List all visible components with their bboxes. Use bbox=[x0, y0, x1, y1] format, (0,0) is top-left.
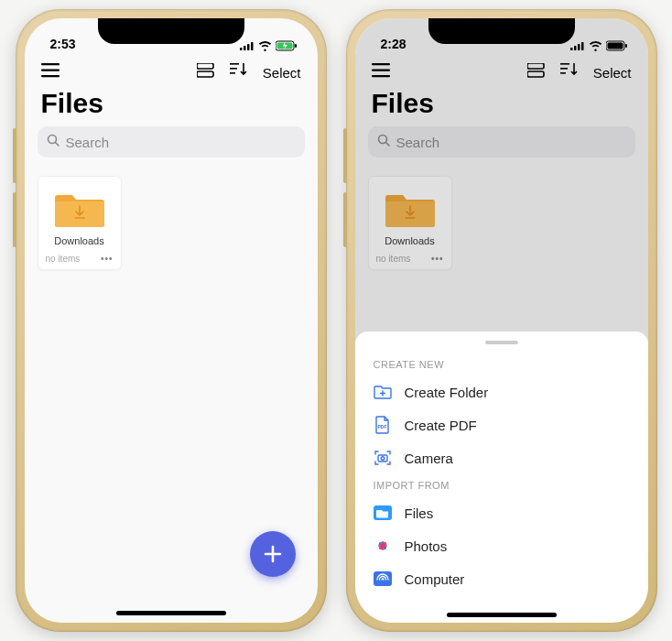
svg-rect-20 bbox=[581, 42, 584, 50]
add-button[interactable] bbox=[250, 531, 296, 577]
svg-rect-13 bbox=[230, 68, 237, 70]
menu-button[interactable] bbox=[41, 63, 61, 81]
sheet-item-camera[interactable]: Camera bbox=[355, 441, 648, 474]
svg-text:PDF: PDF bbox=[377, 424, 386, 429]
sheet-item-label: Create PDF bbox=[405, 418, 477, 433]
sort-button[interactable] bbox=[560, 62, 579, 82]
svg-rect-11 bbox=[197, 71, 213, 77]
battery-charging-icon bbox=[276, 40, 298, 51]
svg-rect-24 bbox=[372, 63, 390, 65]
svg-rect-14 bbox=[230, 72, 235, 74]
create-pdf-icon: PDF bbox=[374, 416, 392, 434]
svg-rect-25 bbox=[372, 70, 390, 71]
sort-button[interactable] bbox=[230, 62, 248, 82]
action-sheet: CREATE NEW Create Folder PDF Create PDF … bbox=[355, 331, 648, 623]
svg-rect-23 bbox=[625, 44, 627, 48]
svg-rect-18 bbox=[574, 46, 577, 50]
folder-more-button[interactable]: ••• bbox=[101, 254, 114, 264]
screen: 2:53 bbox=[25, 18, 318, 623]
folder-name: Downloads bbox=[44, 235, 115, 246]
folder-subtitle: no items bbox=[46, 254, 81, 264]
svg-rect-9 bbox=[41, 75, 60, 77]
view-toggle-button[interactable] bbox=[527, 63, 546, 81]
notch bbox=[428, 18, 575, 44]
create-folder-icon bbox=[374, 383, 392, 401]
svg-rect-30 bbox=[560, 68, 568, 70]
phone-left: 2:53 bbox=[16, 9, 327, 632]
sheet-item-photos[interactable]: Photos bbox=[355, 529, 648, 562]
wifi-icon bbox=[258, 41, 272, 51]
sheet-item-label: Photos bbox=[405, 538, 448, 554]
sheet-item-label: Create Folder bbox=[405, 385, 489, 400]
status-time: 2:28 bbox=[381, 37, 406, 51]
svg-rect-10 bbox=[197, 63, 213, 69]
select-button[interactable]: Select bbox=[263, 65, 301, 81]
svg-rect-8 bbox=[41, 70, 60, 71]
sheet-item-create-folder[interactable]: Create Folder bbox=[355, 375, 648, 408]
search-placeholder: Search bbox=[396, 135, 440, 150]
search-input[interactable]: Search bbox=[368, 126, 635, 158]
phone-right: 2:28 bbox=[346, 9, 657, 632]
section-create-new: CREATE NEW bbox=[355, 353, 648, 375]
sheet-item-label: Computer bbox=[405, 571, 465, 587]
photos-app-icon bbox=[374, 537, 392, 555]
search-input[interactable]: Search bbox=[38, 126, 305, 158]
svg-rect-2 bbox=[247, 44, 250, 50]
svg-line-33 bbox=[385, 143, 389, 147]
toolbar: Select bbox=[355, 53, 648, 86]
svg-rect-3 bbox=[251, 42, 254, 50]
svg-rect-1 bbox=[244, 46, 246, 50]
svg-point-36 bbox=[381, 457, 385, 461]
folder-icon bbox=[55, 188, 104, 228]
view-toggle-button[interactable] bbox=[197, 63, 215, 81]
sheet-item-create-pdf[interactable]: PDF Create PDF bbox=[355, 408, 648, 441]
section-import-from: IMPORT FROM bbox=[355, 474, 648, 496]
page-title: Files bbox=[355, 86, 648, 126]
svg-rect-7 bbox=[41, 63, 60, 65]
screen: 2:28 bbox=[355, 18, 648, 623]
notch bbox=[98, 18, 244, 44]
svg-rect-19 bbox=[578, 44, 580, 50]
sheet-grabber[interactable] bbox=[485, 341, 518, 344]
signal-icon bbox=[570, 41, 585, 50]
search-icon bbox=[47, 134, 60, 150]
svg-rect-12 bbox=[230, 63, 239, 65]
select-button[interactable]: Select bbox=[593, 65, 632, 81]
sheet-item-computer[interactable]: Computer bbox=[355, 562, 648, 595]
status-icons bbox=[240, 40, 298, 51]
folder-downloads[interactable]: Downloads no items ••• bbox=[368, 176, 452, 270]
folder-subtitle: no items bbox=[376, 254, 411, 264]
camera-scan-icon bbox=[374, 449, 392, 467]
svg-rect-0 bbox=[240, 48, 243, 50]
files-app-icon bbox=[374, 504, 392, 522]
svg-rect-17 bbox=[570, 48, 573, 50]
svg-rect-6 bbox=[295, 44, 297, 48]
sheet-item-label: Files bbox=[405, 505, 434, 521]
page-title: Files bbox=[25, 86, 318, 126]
folder-name: Downloads bbox=[374, 235, 446, 246]
svg-rect-28 bbox=[527, 71, 544, 77]
search-placeholder: Search bbox=[66, 135, 110, 150]
home-indicator[interactable] bbox=[116, 611, 226, 615]
svg-rect-22 bbox=[607, 43, 623, 49]
status-time: 2:53 bbox=[50, 37, 76, 51]
svg-rect-26 bbox=[372, 75, 390, 77]
battery-icon bbox=[606, 40, 628, 51]
wifi-icon bbox=[589, 41, 602, 51]
svg-rect-27 bbox=[527, 63, 544, 69]
status-icons bbox=[570, 40, 628, 51]
folder-more-button[interactable]: ••• bbox=[431, 254, 444, 264]
sheet-item-files[interactable]: Files bbox=[355, 496, 648, 529]
signal-icon bbox=[240, 41, 255, 50]
svg-rect-29 bbox=[560, 63, 569, 65]
sheet-item-label: Camera bbox=[405, 451, 453, 466]
folder-icon bbox=[385, 188, 435, 228]
home-indicator[interactable] bbox=[447, 613, 557, 617]
computer-icon bbox=[374, 570, 392, 588]
menu-button[interactable] bbox=[372, 63, 392, 81]
folder-downloads[interactable]: Downloads no items ••• bbox=[38, 176, 122, 270]
svg-line-16 bbox=[55, 143, 59, 147]
svg-rect-31 bbox=[560, 72, 566, 74]
toolbar: Select bbox=[25, 53, 318, 86]
search-icon bbox=[377, 134, 391, 150]
